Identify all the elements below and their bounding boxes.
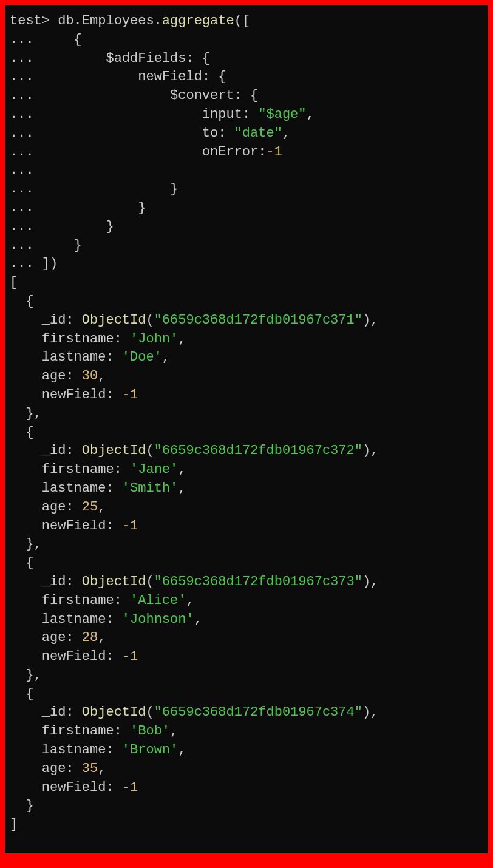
output-line: _id: ObjectId("6659c368d172fdb01967c373"…	[10, 574, 378, 589]
output-line: lastname: 'Smith',	[10, 481, 186, 496]
output-line: },	[10, 668, 42, 683]
output-line: }	[10, 798, 34, 813]
output-line: newField: -1	[10, 649, 138, 664]
output-line: },	[10, 537, 42, 552]
output-line: {	[10, 294, 34, 309]
output-line: _id: ObjectId("6659c368d172fdb01967c371"…	[10, 313, 378, 328]
cont-line: ... }	[10, 181, 178, 197]
cont-line: ... onError:-1	[10, 144, 282, 160]
output-line: lastname: 'Johnson',	[10, 612, 202, 627]
output-line: {	[10, 425, 34, 440]
cont-line: ... newField: {	[10, 69, 226, 84]
output-line: _id: ObjectId("6659c368d172fdb01967c372"…	[10, 443, 378, 458]
cont-line: ... to: "date",	[10, 126, 290, 141]
output-line: newField: -1	[10, 518, 138, 534]
output-line: [	[10, 275, 18, 290]
output-line: firstname: 'Bob',	[10, 724, 178, 739]
output-line: firstname: 'Alice',	[10, 593, 194, 608]
cont-line: ... $convert: {	[10, 88, 258, 103]
output-line: age: 30,	[10, 368, 106, 384]
output-line: age: 25,	[10, 500, 106, 515]
cont-line: ...	[10, 163, 34, 178]
output-line: _id: ObjectId("6659c368d172fdb01967c374"…	[10, 705, 378, 720]
output-line: firstname: 'Jane',	[10, 462, 186, 477]
cont-line: ... {	[10, 32, 82, 47]
prompt-text: test> db.Employees.aggregate([	[10, 13, 250, 29]
cont-line: ... }	[10, 219, 114, 234]
cont-line: ... input: "$age",	[10, 107, 314, 122]
output-line: firstname: 'John',	[10, 331, 186, 347]
terminal-window[interactable]: test> db.Employees.aggregate([ ... { ...…	[5, 5, 488, 853]
output-line: age: 28,	[10, 630, 106, 645]
cont-line: ... }	[10, 200, 146, 215]
output-line: age: 35,	[10, 761, 106, 776]
output-line: {	[10, 555, 34, 571]
cont-line: ... ])	[10, 256, 58, 271]
output-line: newField: -1	[10, 387, 138, 402]
output-line: lastname: 'Brown',	[10, 742, 186, 758]
output-line: newField: -1	[10, 780, 138, 795]
output-line: {	[10, 687, 34, 702]
output-line: ]	[10, 817, 18, 832]
cont-line: ... $addFields: {	[10, 51, 210, 66]
output-line: },	[10, 406, 42, 421]
cont-line: ... }	[10, 238, 82, 253]
output-line: lastname: 'Doe',	[10, 350, 170, 365]
